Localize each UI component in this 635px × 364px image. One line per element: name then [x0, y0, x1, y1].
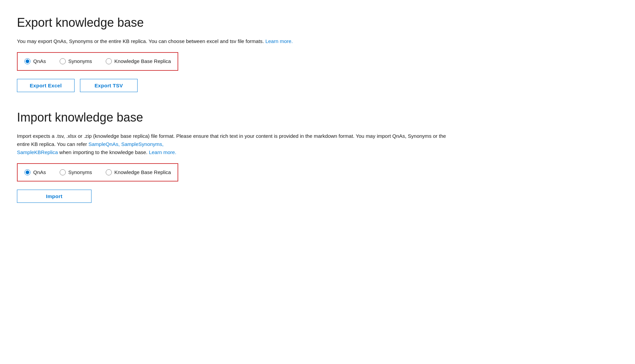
import-title: Import knowledge base	[17, 108, 618, 127]
export-radio-synonyms[interactable]: Synonyms	[60, 58, 92, 65]
import-radio-synonyms[interactable]: Synonyms	[60, 169, 92, 176]
export-radio-qnas-label: QnAs	[33, 58, 46, 65]
import-when-text: when importing to the knowledge base.	[59, 149, 149, 155]
sample-qnas-link[interactable]: SampleQnAs,	[88, 141, 120, 147]
export-tsv-button[interactable]: Export TSV	[80, 79, 138, 92]
export-description-text: You may export QnAs, Synonyms or the ent…	[17, 38, 264, 44]
sample-kb-replica-link[interactable]: SampleKBReplica	[17, 149, 58, 155]
export-description: You may export QnAs, Synonyms or the ent…	[17, 37, 457, 45]
import-radio-kb-replica[interactable]: Knowledge Base Replica	[106, 169, 171, 176]
import-radio-synonyms-input[interactable]	[60, 169, 66, 175]
export-excel-button[interactable]: Export Excel	[17, 79, 75, 92]
export-radio-qnas-input[interactable]	[24, 58, 30, 64]
export-section: Export knowledge base You may export QnA…	[17, 14, 618, 92]
export-radio-qnas[interactable]: QnAs	[24, 58, 46, 65]
import-radio-group: QnAs Synonyms Knowledge Base Replica	[17, 163, 178, 182]
export-radio-kb-replica-label: Knowledge Base Replica	[115, 58, 171, 65]
export-button-group: Export Excel Export TSV	[17, 79, 618, 92]
export-radio-synonyms-input[interactable]	[60, 58, 66, 64]
export-radio-group: QnAs Synonyms Knowledge Base Replica	[17, 52, 178, 71]
export-radio-kb-replica-input[interactable]	[106, 58, 112, 64]
import-radio-qnas-label: QnAs	[33, 169, 46, 176]
import-radio-kb-replica-label: Knowledge Base Replica	[115, 169, 171, 176]
export-radio-synonyms-label: Synonyms	[68, 58, 92, 65]
import-section: Import knowledge base Import expects a .…	[17, 108, 618, 203]
import-radio-qnas-input[interactable]	[24, 169, 30, 175]
import-button[interactable]: Import	[17, 190, 91, 203]
import-learn-more-link[interactable]: Learn more.	[149, 149, 176, 155]
import-radio-qnas[interactable]: QnAs	[24, 169, 46, 176]
sample-synonyms-link[interactable]: SampleSynonyms,	[121, 141, 164, 147]
export-title: Export knowledge base	[17, 14, 618, 32]
import-radio-kb-replica-input[interactable]	[106, 169, 112, 175]
import-description: Import expects a .tsv, .xlsx or .zip (kn…	[17, 132, 457, 156]
export-learn-more-link[interactable]: Learn more.	[265, 38, 293, 44]
import-radio-synonyms-label: Synonyms	[68, 169, 92, 176]
export-radio-kb-replica[interactable]: Knowledge Base Replica	[106, 58, 171, 65]
import-button-group: Import	[17, 190, 618, 203]
